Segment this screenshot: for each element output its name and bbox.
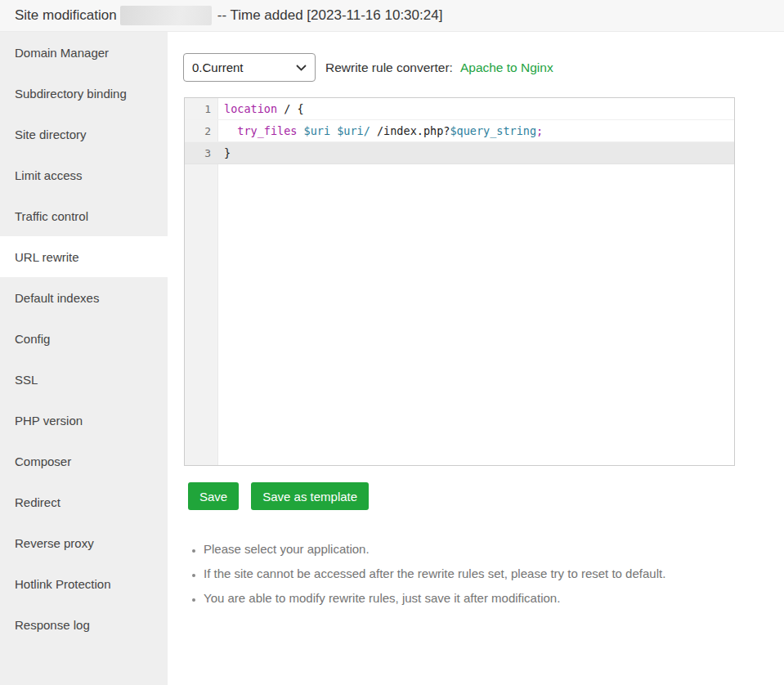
redacted-site-name	[120, 6, 212, 25]
converter-link[interactable]: Apache to Nginx	[460, 60, 553, 75]
code-line-2[interactable]: 2 try_files $uri $uri/ /index.php?$query…	[185, 120, 734, 142]
notes-list: Please select your application.If the si…	[190, 542, 762, 616]
save-button[interactable]: Save	[188, 482, 239, 510]
sidebar-item-site-directory[interactable]: Site directory	[0, 114, 168, 154]
time-added-text: -- Time added [2023-11-16 10:30:24]	[217, 7, 443, 24]
code-line-1[interactable]: 1location / {	[185, 98, 734, 120]
code-editor[interactable]: 1location / {2 try_files $uri $uri/ /ind…	[184, 97, 735, 466]
sidebar-item-domain-manager[interactable]: Domain Manager	[0, 32, 168, 73]
sidebar-item-url-rewrite[interactable]: URL rewrite	[0, 236, 168, 277]
dialog-title: Site modification	[15, 7, 117, 24]
sidebar-item-php-version[interactable]: PHP version	[0, 400, 168, 441]
sidebar-item-response-log[interactable]: Response log	[0, 604, 168, 645]
main-panel: 0.Current Rewrite rule converter: Apache…	[168, 32, 784, 685]
converter-label: Rewrite rule converter:	[325, 60, 453, 75]
sidebar-item-default-indexes[interactable]: Default indexes	[0, 277, 168, 318]
note-item: You are able to modify rewrite rules, ju…	[204, 591, 762, 606]
rule-template-select-wrap: 0.Current	[183, 53, 316, 82]
sidebar-item-reverse-proxy[interactable]: Reverse proxy	[0, 522, 168, 563]
note-item: Please select your application.	[204, 542, 762, 557]
sidebar-item-composer[interactable]: Composer	[0, 441, 168, 481]
dialog-header: Site modification -- Time added [2023-11…	[0, 0, 784, 32]
line-number: 3	[185, 147, 218, 159]
code-line-3[interactable]: 3}	[185, 142, 734, 164]
rewrite-toolbar: 0.Current Rewrite rule converter: Apache…	[183, 53, 553, 82]
note-item: If the site cannot be accessed after the…	[204, 566, 762, 581]
line-code: location / {	[218, 102, 304, 115]
sidebar-item-config[interactable]: Config	[0, 318, 168, 359]
sidebar-item-ssl[interactable]: SSL	[0, 359, 168, 400]
sidebar-item-subdirectory-binding[interactable]: Subdirectory binding	[0, 73, 168, 114]
action-buttons: Save Save as template	[188, 482, 369, 510]
save-as-template-button[interactable]: Save as template	[251, 482, 369, 510]
editor-lines: 1location / {2 try_files $uri $uri/ /ind…	[185, 98, 734, 164]
sidebar-item-hotlink-protection[interactable]: Hotlink Protection	[0, 563, 168, 604]
sidebar-item-traffic-control[interactable]: Traffic control	[0, 195, 168, 236]
rule-template-select[interactable]: 0.Current	[183, 53, 316, 82]
sidebar-item-limit-access[interactable]: Limit access	[0, 154, 168, 195]
line-number: 2	[185, 125, 218, 137]
sidebar: Domain ManagerSubdirectory bindingSite d…	[0, 32, 168, 685]
line-code: try_files $uri $uri/ /index.php?$query_s…	[218, 124, 543, 137]
line-number: 1	[185, 103, 218, 115]
sidebar-item-redirect[interactable]: Redirect	[0, 481, 168, 522]
line-code: }	[218, 146, 231, 159]
